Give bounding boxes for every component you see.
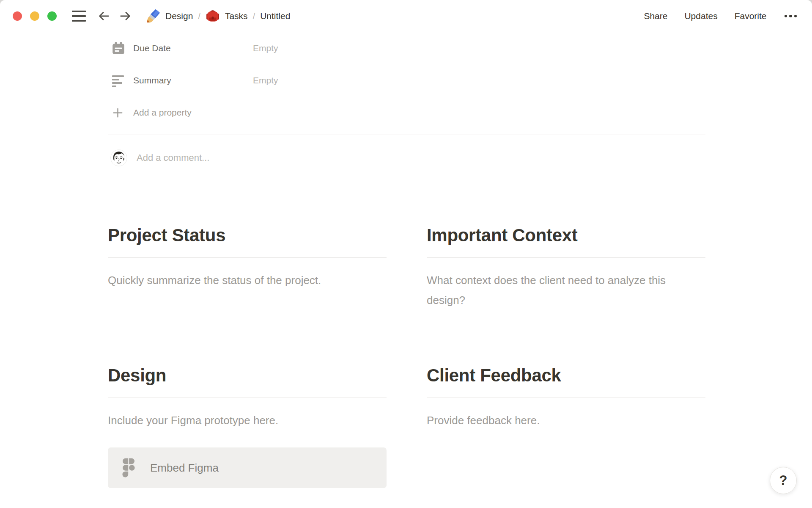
plus-icon [112, 107, 123, 119]
minimize-window-button[interactable] [30, 11, 39, 21]
section-title: Design [108, 364, 387, 387]
breadcrumb-item-design[interactable]: Design [143, 7, 196, 25]
breadcrumb-label: Untitled [260, 11, 290, 21]
section-design: Design Include your Figma prototype here… [108, 364, 387, 488]
section-divider [427, 257, 705, 258]
calendar-icon [111, 41, 126, 55]
breadcrumb-label: Design [165, 11, 193, 21]
property-value[interactable]: Empty [253, 43, 278, 53]
help-button[interactable]: ? [770, 467, 797, 494]
section-divider [108, 257, 387, 258]
close-window-button[interactable] [13, 11, 22, 21]
notion-window: Design / Tasks / Untitled Share [0, 0, 812, 508]
section-client-feedback: Client Feedback Provide feedback here. [427, 364, 705, 488]
section-important-context: Important Context What context does the … [427, 224, 705, 310]
section-title: Client Feedback [427, 364, 705, 387]
section-body: Provide feedback here. [427, 411, 705, 431]
section-title: Important Context [427, 224, 705, 246]
breadcrumb-item-tasks[interactable]: Tasks [202, 7, 251, 25]
forward-arrow-icon[interactable] [119, 10, 132, 22]
properties-section: Due Date Empty Summary Empty [108, 32, 705, 129]
figma-icon [122, 458, 135, 478]
page-content: Due Date Empty Summary Empty [108, 32, 705, 488]
section-project-status: Project Status Quickly summarize the sta… [108, 224, 387, 310]
property-row-summary[interactable]: Summary Empty [108, 64, 705, 97]
comment-placeholder: Add a comment... [137, 152, 209, 163]
embed-figma-label: Embed Figma [150, 461, 219, 475]
breadcrumb-separator: / [251, 11, 257, 21]
breadcrumb: Design / Tasks / Untitled [143, 7, 294, 25]
topbar: Design / Tasks / Untitled Share [0, 0, 812, 32]
section-body: What context does the client need to ana… [427, 271, 705, 310]
add-property-button[interactable]: Add a property [108, 97, 705, 129]
embed-figma-button[interactable]: Embed Figma [108, 447, 387, 488]
updates-button[interactable]: Updates [684, 11, 717, 21]
sidebar-menu-icon[interactable] [72, 11, 86, 22]
paintbrush-icon [146, 9, 160, 23]
section-body: Include your Figma prototype here. [108, 411, 387, 431]
breadcrumb-label: Tasks [225, 11, 248, 21]
section-divider [427, 398, 705, 398]
window-controls [13, 11, 57, 21]
text-lines-icon [111, 74, 125, 87]
section-body: Quickly summarize the status of the proj… [108, 271, 387, 290]
share-button[interactable]: Share [644, 11, 667, 21]
section-divider [108, 398, 387, 398]
topbar-actions: Share Updates Favorite [644, 11, 798, 21]
backpack-icon [206, 9, 220, 23]
section-title: Project Status [108, 224, 387, 246]
back-arrow-icon[interactable] [98, 10, 110, 22]
breadcrumb-item-untitled[interactable]: Untitled [257, 9, 294, 23]
breadcrumb-separator: / [196, 11, 202, 21]
property-value[interactable]: Empty [253, 75, 278, 86]
property-row-due-date[interactable]: Due Date Empty [108, 32, 705, 64]
comment-input[interactable]: Add a comment... [108, 135, 705, 181]
more-options-icon[interactable] [784, 12, 798, 20]
favorite-button[interactable]: Favorite [735, 11, 767, 21]
add-property-label: Add a property [133, 108, 192, 118]
sections-grid: Project Status Quickly summarize the sta… [108, 224, 705, 488]
zoom-window-button[interactable] [47, 11, 57, 21]
history-nav [98, 10, 132, 22]
user-avatar [110, 149, 127, 166]
property-label: Summary [133, 75, 253, 86]
property-label: Due Date [133, 43, 253, 53]
